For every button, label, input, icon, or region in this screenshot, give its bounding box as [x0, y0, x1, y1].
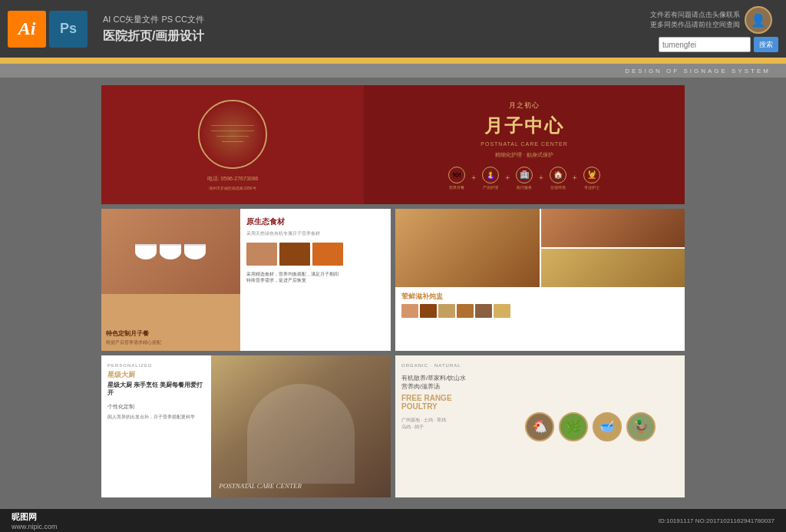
chef-label-small: PERSONALIZED	[107, 363, 205, 368]
watermark-bottom: 昵图网 www.nipic.com ID:10191117 NO:2017102…	[0, 509, 786, 532]
cover-icon-label-5: 专业护士	[584, 185, 599, 190]
cover-icon-circle-5: 💆	[583, 167, 600, 183]
cover-icons-row: 🍽 营养月餐 + 🤱 产后护理 + 🏥 医疗服务 + 🏠	[448, 167, 599, 190]
chef-photo-bg	[211, 355, 391, 497]
cover-icon-circle-4: 🏠	[550, 167, 566, 183]
food-small-photo-3	[312, 243, 343, 266]
ps-icon: Ps	[49, 11, 88, 48]
cover-icon-circle-1: 🍽	[448, 167, 465, 183]
file-info: AI CC矢量文件 PS CC文件 医院折页/画册设计	[103, 14, 204, 45]
cover-address: 漳州市芗城区南昌路1056号	[209, 186, 256, 190]
brochure-row-2: 特色定制月子餐 根据产后营养需求精心搭配 原生态食材 采用天然绿色有机专属月子营…	[101, 209, 685, 351]
brochure-chef: PERSONALIZED 星级大厨 星级大厨 亲手烹饪 美厨每餐用爱打开 个性化…	[101, 355, 391, 497]
file-types: AI CC矢量文件 PS CC文件	[103, 14, 204, 25]
design-label: DESIGN OF SIGNAGE SYSTEM	[625, 68, 771, 74]
cover-left: 电话: 0596-27673086 漳州市芗城区南昌路1056号	[101, 85, 364, 204]
cover-icon-circle-2: 🤱	[482, 167, 499, 183]
cover-right: 月之初心 月子中心 POSTNATAL CARE CENTER 精细化护理 · …	[364, 85, 685, 204]
food-side-photo-1	[541, 209, 685, 247]
food-hero-img-1	[395, 209, 540, 287]
food-mini-cell-3	[438, 304, 455, 318]
food-mini-cell-6	[494, 304, 510, 318]
contact-text: 文件若有问题请点击头像联系 更多同类作品请前往空间查阅	[650, 10, 740, 29]
chef-desc: 因人而异的出发点补，月子营养搭配更科学	[107, 414, 205, 420]
map-circle	[198, 100, 267, 169]
cover-icon-label-2: 产后护理	[483, 185, 498, 190]
cover-title-cn: 月子中心	[484, 114, 564, 138]
food-grid-title: 荤鲜滋补炖盅	[401, 292, 679, 302]
food-mini-cell-4	[457, 304, 474, 318]
ai-icon: Ai	[8, 11, 46, 48]
cover-phone: 电话: 0596-27673086	[207, 175, 259, 183]
search-input[interactable]	[659, 37, 751, 52]
search-button[interactable]: 搜索	[754, 37, 778, 52]
food-section-sub: 采用天然绿色有机专属月子营养食材	[246, 230, 385, 237]
chef-silhouette	[247, 384, 355, 484]
food-mini-grid	[401, 304, 679, 318]
cover-icon-item-2: 🤱 产后护理	[482, 167, 499, 190]
cover-icon-item-4: 🏠 住宿环境	[550, 167, 566, 190]
food-content-right: 原生态食材 采用天然绿色有机专属月子营养食材 采用精选食材，营养均衡搭配，满足月…	[240, 209, 391, 351]
id-info: ID:10191117 NO:20171021162941780037	[659, 517, 774, 524]
poultry-circle-2: 🌿	[559, 412, 588, 441]
top-bar: Ai Ps AI CC矢量文件 PS CC文件 医院折页/画册设计 文件若有问题…	[0, 0, 786, 58]
main-content: 电话: 0596-27673086 漳州市芗城区南昌路1056号 月之初心 月子…	[0, 78, 786, 532]
food-section-title: 原生态食材	[246, 216, 385, 227]
food-mini-cell-1	[401, 304, 418, 318]
cover-icon-item: 🍽 营养月餐	[448, 167, 465, 190]
bowl-3	[184, 244, 206, 259]
brochure-poultry: ORGANIC · NATURAL 有机散养/草家料/饮山水营养肉/滋养汤 FR…	[395, 355, 685, 497]
brochure-grid: 电话: 0596-27673086 漳州市芗城区南昌路1056号 月之初心 月子…	[101, 85, 685, 497]
avatar[interactable]: 👤	[745, 6, 772, 34]
cover-icon-item-3: 🏥 医疗服务	[516, 167, 533, 190]
food-small-photo-1	[246, 243, 277, 266]
chef-title: 星级大厨 星级大厨 亲手烹饪 美厨每餐用爱打开	[107, 371, 205, 397]
page-title: 医院折页/画册设计	[103, 28, 204, 45]
cover-icon-label-4: 住宿环境	[550, 185, 566, 190]
search-row: 搜索	[659, 37, 778, 52]
food-right-top	[395, 209, 685, 287]
food-hero-1	[395, 209, 540, 287]
brochure-cover: 电话: 0596-27673086 漳州市芗城区南昌路1056号 月之初心 月子…	[101, 85, 685, 204]
cover-icon-circle-3: 🏥	[516, 167, 533, 183]
map-circle-inner	[200, 101, 266, 167]
food-caption-title: 特色定制月子餐	[106, 329, 236, 338]
chef-text-area: PERSONALIZED 星级大厨 星级大厨 亲手烹饪 美厨每餐用爱打开 个性化…	[101, 355, 211, 497]
cover-icon-item-5: 💆 专业护士	[583, 167, 600, 190]
top-right: 文件若有问题请点击头像联系 更多同类作品请前往空间查阅 👤 搜索	[650, 6, 778, 52]
poultry-desc: 广州基地 · 土鸡 · 草鸡乌鸡 · 鸽子	[401, 417, 490, 431]
poultry-circle-4: 🦆	[626, 412, 656, 441]
design-strip: DESIGN OF SIGNAGE SYSTEM	[0, 64, 786, 78]
food-mini-cell-5	[475, 304, 492, 318]
food-caption-area: 特色定制月子餐 根据产后营养需求精心搭配	[101, 294, 240, 351]
food-photos-left: 特色定制月子餐 根据产后营养需求精心搭配	[101, 209, 240, 351]
chef-photo-area: POSTNATAL CARE CENTER	[211, 355, 391, 497]
poultry-text-area: ORGANIC · NATURAL 有机散养/草家料/饮山水营养肉/滋养汤 FR…	[395, 355, 497, 497]
poultry-title-en: FREE RANGEPOULTRY	[401, 394, 490, 411]
food-right-bottom: 荤鲜滋补炖盅	[395, 287, 685, 351]
brochure-food-left: 特色定制月子餐 根据产后营养需求精心搭配 原生态食材 采用天然绿色有机专属月子营…	[101, 209, 391, 351]
brochure-row-3: PERSONALIZED 星级大厨 星级大厨 亲手烹饪 美厨每餐用爱打开 个性化…	[101, 355, 685, 497]
food-small-photo-2	[279, 243, 310, 266]
nipic-url: www.nipic.com	[12, 523, 58, 530]
food-side-photos	[541, 209, 685, 287]
poultry-circle-1: 🐔	[525, 412, 554, 441]
food-mini-cell-2	[420, 304, 437, 318]
chef-overlay-text: POSTNATAL CARE CENTER	[219, 482, 302, 490]
personalized-title: 个性化定制	[107, 403, 205, 411]
map-lines	[206, 107, 259, 160]
brochure-food-right: 荤鲜滋补炖盅	[395, 209, 685, 351]
food-caption-text: 根据产后营养需求精心搭配	[106, 339, 236, 346]
poultry-photos: 🐔 🌿 🥣 🦆	[497, 355, 685, 497]
cover-icon-label-1: 营养月餐	[449, 185, 464, 190]
yellow-strip	[0, 58, 786, 64]
nipic-brand: 昵图网 www.nipic.com	[12, 511, 58, 530]
bowl-2	[160, 244, 181, 259]
app-icons: Ai Ps	[8, 11, 88, 48]
food-bowls-area	[101, 209, 240, 294]
nipic-logo: 昵图网	[12, 511, 58, 523]
bowl-1	[135, 244, 157, 259]
cover-subtitle-en: POSTNATAL CARE CENTER	[481, 141, 567, 147]
poultry-label: ORGANIC · NATURAL	[401, 363, 490, 368]
cover-tagline: 精细化护理 · 贴身式保护	[495, 151, 553, 159]
